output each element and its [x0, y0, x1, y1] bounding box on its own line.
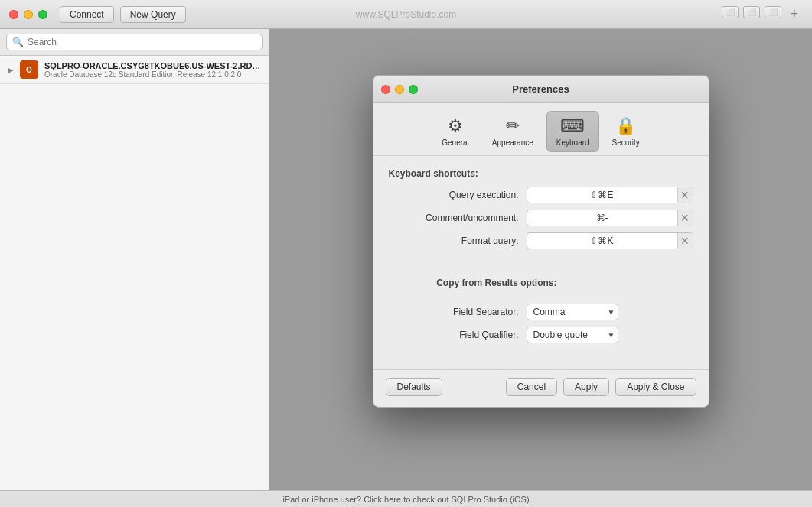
expand-arrow-icon: ▶	[8, 66, 14, 74]
dialog-title-bar: Preferences	[373, 76, 709, 103]
modal-overlay: Preferences ⚙ General ✏ Appearance	[269, 29, 812, 490]
dialog-maximize-button[interactable]	[409, 85, 418, 94]
comment-clear-button[interactable]: ✕	[677, 210, 693, 226]
db-info: SQLPRO-ORACLE.CSYG8TKOBUE6.US-WEST-2.RDS…	[44, 61, 261, 79]
dialog-footer: Defaults Cancel Apply Apply & Close	[373, 369, 709, 407]
window-fullscreen-button[interactable]: ⬜	[765, 6, 781, 18]
search-input-wrap[interactable]: 🔍	[6, 34, 263, 50]
field-qualifier-label: Field Qualifier:	[389, 330, 527, 340]
dialog-title: Preferences	[512, 83, 569, 95]
toolbar-label-appearance: Appearance	[492, 138, 533, 147]
shortcut-row-comment: Comment/uncomment: ✕	[389, 210, 693, 226]
apply-close-button[interactable]: Apply & Close	[615, 378, 696, 396]
query-execution-input[interactable]	[527, 187, 677, 203]
format-query-field: ✕	[527, 232, 693, 249]
toolbar-label-keyboard: Keyboard	[556, 138, 589, 147]
toolbar-item-security[interactable]: 🔒 Security	[602, 111, 650, 152]
toolbar-label-security: Security	[612, 138, 640, 147]
comment-input[interactable]	[527, 210, 677, 226]
bottom-bar[interactable]: iPad or iPhone user? Click here to check…	[0, 490, 812, 507]
toolbar-item-keyboard[interactable]: ⌨ Keyboard	[546, 111, 599, 152]
sidebar: 🔍 ▶ O SQLPRO-ORACLE.CSYG8TKOBUE6.US-WEST…	[0, 29, 269, 490]
comment-label: Comment/uncomment:	[389, 213, 527, 223]
shortcut-row-query-execution: Query execution: ✕	[389, 187, 693, 203]
field-qualifier-select[interactable]: Double quote Single quote None	[527, 327, 618, 343]
cancel-button[interactable]: Cancel	[506, 378, 557, 396]
keyboard-section-label: Keyboard shortcuts:	[389, 168, 693, 179]
window-controls: ⬜ ⬜ ⬜ +	[722, 6, 803, 23]
window-tile-button[interactable]: ⬜	[722, 6, 739, 18]
db-version: Oracle Database 12c Standard Edition Rel…	[44, 70, 261, 79]
app-title: www.SQLProStudio.com	[356, 8, 456, 20]
query-execution-field: ✕	[527, 187, 693, 203]
db-icon: O	[20, 60, 38, 79]
query-execution-clear-button[interactable]: ✕	[677, 187, 693, 203]
dialog-close-button[interactable]	[381, 85, 390, 94]
lock-icon: 🔒	[615, 116, 636, 136]
copy-results-section: Copy from Results options: Field Separat…	[389, 265, 693, 343]
dialog-minimize-button[interactable]	[395, 85, 404, 94]
window-split-button[interactable]: ⬜	[743, 6, 760, 18]
preferences-dialog: Preferences ⚙ General ✏ Appearance	[373, 75, 709, 408]
db-name: SQLPRO-ORACLE.CSYG8TKOBUE6.US-WEST-2.RDS…	[44, 61, 261, 70]
database-item[interactable]: ▶ O SQLPRO-ORACLE.CSYG8TKOBUE6.US-WEST-2…	[0, 56, 269, 84]
field-separator-select[interactable]: Comma Tab Semicolon Space	[527, 304, 618, 320]
dialog-traffic-lights	[381, 85, 418, 94]
toolbar-label-general: General	[442, 138, 469, 147]
appearance-icon: ✏	[506, 116, 520, 136]
search-icon: 🔍	[12, 37, 24, 47]
dialog-toolbar: ⚙ General ✏ Appearance ⌨ Keyboard 🔒	[373, 103, 709, 156]
content-area: 🔍 ▶ O SQLPRO-ORACLE.CSYG8TKOBUE6.US-WEST…	[0, 29, 812, 490]
keyboard-icon: ⌨	[560, 116, 585, 136]
format-query-input[interactable]	[527, 233, 677, 249]
gear-icon: ⚙	[448, 116, 463, 136]
copy-results-label: Copy from Results options:	[389, 278, 557, 288]
shortcut-row-format: Format query: ✕	[389, 232, 693, 249]
search-bar: 🔍	[0, 29, 269, 56]
toolbar-item-general[interactable]: ⚙ General	[432, 111, 479, 152]
title-bar: Connect New Query www.SQLProStudio.com ⬜…	[0, 0, 812, 29]
search-input[interactable]	[28, 37, 256, 47]
format-query-label: Format query:	[389, 236, 527, 246]
field-separator-select-wrap: Comma Tab Semicolon Space ▼	[527, 304, 618, 320]
query-execution-label: Query execution:	[389, 190, 527, 200]
defaults-button[interactable]: Defaults	[386, 378, 442, 396]
format-query-clear-button[interactable]: ✕	[677, 233, 693, 249]
app-window: Connect New Query www.SQLProStudio.com ⬜…	[0, 0, 812, 507]
close-button[interactable]	[9, 10, 18, 19]
maximize-button[interactable]	[38, 10, 47, 19]
field-separator-row: Field Separator: Comma Tab Semicolon Spa…	[389, 304, 693, 320]
new-query-button[interactable]: New Query	[120, 6, 186, 23]
title-bar-buttons: Connect New Query	[60, 6, 186, 23]
toolbar-item-appearance[interactable]: ✏ Appearance	[482, 111, 543, 152]
main-content: Preferences ⚙ General ✏ Appearance	[269, 29, 812, 490]
traffic-lights	[9, 10, 47, 19]
connect-button[interactable]: Connect	[60, 6, 114, 23]
field-separator-label: Field Separator:	[389, 307, 527, 317]
field-qualifier-row: Field Qualifier: Double quote Single quo…	[389, 327, 693, 343]
dialog-body: Keyboard shortcuts: Query execution: ✕ C…	[373, 156, 709, 362]
minimize-button[interactable]	[24, 10, 33, 19]
comment-field: ✕	[527, 210, 693, 226]
field-qualifier-select-wrap: Double quote Single quote None ▼	[527, 327, 618, 343]
bottom-bar-text: iPad or iPhone user? Click here to check…	[282, 495, 529, 504]
add-tab-button[interactable]: +	[786, 6, 803, 23]
apply-button[interactable]: Apply	[563, 378, 609, 396]
